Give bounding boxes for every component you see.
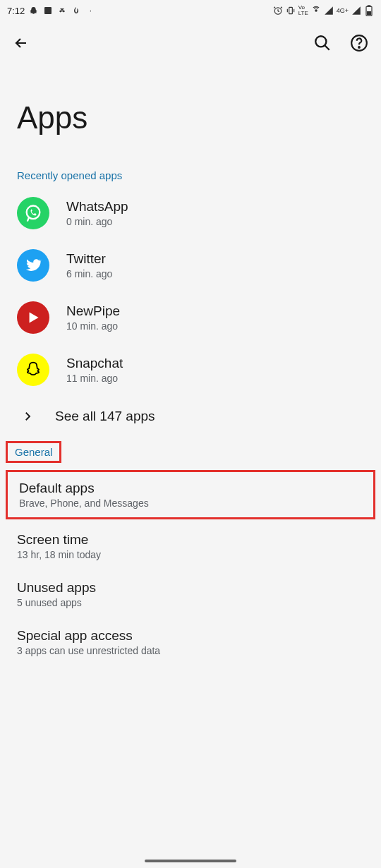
see-all-label: See all 147 apps xyxy=(55,409,155,424)
setting-subtitle: 13 hr, 18 min today xyxy=(17,549,364,560)
hotspot-icon xyxy=(311,6,321,16)
setting-special-access[interactable]: Special app access 3 apps can use unrest… xyxy=(0,618,381,666)
chevron-right-icon xyxy=(21,410,34,423)
app-name: NewPipe xyxy=(66,303,120,319)
vibrate-icon xyxy=(286,6,296,16)
status-left: 7:12 · xyxy=(7,6,95,16)
app-row-newpipe[interactable]: NewPipe 10 min. ago xyxy=(0,291,381,344)
setting-title: Unused apps xyxy=(17,580,364,596)
setting-subtitle: 5 unused apps xyxy=(17,597,364,608)
nav-handle[interactable] xyxy=(145,860,236,862)
missed-call-icon xyxy=(57,6,67,16)
tinder-notif-icon xyxy=(71,6,81,16)
page-title: Apps xyxy=(0,65,381,164)
newpipe-icon xyxy=(17,301,49,334)
general-header: General xyxy=(6,441,61,463)
status-time: 7:12 xyxy=(7,6,25,16)
signal-icon-1 xyxy=(324,6,334,16)
back-button[interactable] xyxy=(13,35,30,52)
top-app-bar xyxy=(0,21,381,65)
svg-rect-0 xyxy=(44,7,52,14)
svg-point-10 xyxy=(27,206,40,219)
app-row-twitter[interactable]: Twitter 6 min. ago xyxy=(0,239,381,291)
setting-title: Screen time xyxy=(17,532,364,548)
setting-title: Special app access xyxy=(17,628,364,644)
battery-icon xyxy=(364,6,374,16)
app-subtitle: 6 min. ago xyxy=(66,268,112,279)
svg-rect-2 xyxy=(289,7,292,13)
search-button[interactable] xyxy=(313,34,332,52)
status-bar: 7:12 · VoLTE 4G+ xyxy=(0,0,381,21)
see-all-apps[interactable]: See all 147 apps xyxy=(0,396,381,437)
app-name: Snapchat xyxy=(66,356,123,371)
app-subtitle: 10 min. ago xyxy=(66,320,120,332)
svg-rect-6 xyxy=(368,12,371,15)
recent-apps-header: Recently opened apps xyxy=(0,164,381,187)
snapchat-icon xyxy=(17,354,49,386)
twitter-icon xyxy=(17,249,49,282)
snapchat-notif-icon xyxy=(29,6,39,16)
svg-point-7 xyxy=(315,36,326,47)
signal-icon-2 xyxy=(351,6,361,16)
whatsapp-icon xyxy=(17,197,49,229)
app-subtitle: 11 min. ago xyxy=(66,373,123,384)
app-subtitle: 0 min. ago xyxy=(66,216,128,227)
linkedin-notif-icon xyxy=(43,6,53,16)
setting-unused-apps[interactable]: Unused apps 5 unused apps xyxy=(0,570,381,618)
setting-default-apps[interactable]: Default apps Brave, Phone, and Messages xyxy=(6,470,375,519)
status-right: VoLTE 4G+ xyxy=(273,6,374,16)
svg-point-3 xyxy=(315,10,317,11)
svg-rect-5 xyxy=(368,6,370,7)
alarm-icon xyxy=(273,6,283,16)
more-notif-icon: · xyxy=(85,6,95,16)
setting-screen-time[interactable]: Screen time 13 hr, 18 min today xyxy=(0,522,381,570)
volte-icon: VoLTE xyxy=(298,6,308,16)
setting-subtitle: 3 apps can use unrestricted data xyxy=(17,645,364,656)
app-row-whatsapp[interactable]: WhatsApp 0 min. ago xyxy=(0,187,381,239)
app-name: WhatsApp xyxy=(66,199,128,215)
setting-subtitle: Brave, Phone, and Messages xyxy=(19,498,362,509)
setting-title: Default apps xyxy=(19,481,362,496)
app-row-snapchat[interactable]: Snapchat 11 min. ago xyxy=(0,344,381,396)
network-type: 4G+ xyxy=(337,7,349,14)
app-name: Twitter xyxy=(66,251,112,267)
help-button[interactable] xyxy=(350,34,368,52)
svg-point-9 xyxy=(358,47,360,48)
